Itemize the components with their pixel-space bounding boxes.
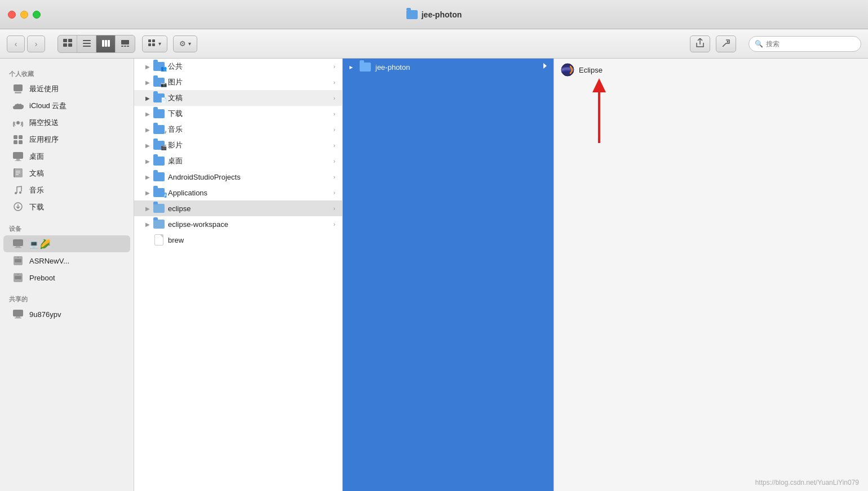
chevron-yinyue: › [333,126,338,133]
svg-rect-0 [63,39,67,42]
file-row-wengao[interactable]: ▶ 📄 文稿 › [134,90,342,106]
settings-button[interactable]: ⚙ ▾ [173,35,197,52]
chevron-xiazai: › [333,110,338,117]
view-switcher[interactable] [57,35,135,53]
eclipse-app-icon [561,63,574,77]
svg-rect-6 [83,46,91,47]
title-folder-icon [406,10,418,19]
svg-rect-17 [152,43,155,46]
chevron-applications: › [333,189,338,196]
svg-rect-39 [15,259,21,262]
window-controls[interactable] [8,11,41,19]
file-row-android[interactable]: ▶ AndroidStudioProjects › [134,169,342,185]
tag-icon [721,39,730,48]
svg-rect-15 [152,39,155,42]
sidebar-item-desktop[interactable]: 桌面 [3,148,130,165]
settings-chevron: ▾ [188,41,191,47]
column-jee-photon: jee-photon [343,59,554,491]
sidebar-section-favorites: 个人收藏 [0,65,134,81]
expand-eclipse-workspace: ▶ [143,220,152,229]
view-icon-button[interactable] [58,35,77,52]
file-row-yinyue[interactable]: ▶ ♪ 音乐 › [134,122,342,137]
sidebar-asrnewv-icon [12,255,24,266]
expand-android: ▶ [143,172,152,181]
sidebar-icloud-icon [12,100,24,111]
file-row-applications[interactable]: ▶ A Applications › [134,185,342,200]
svg-rect-24 [14,140,17,144]
tag-button[interactable] [716,35,736,52]
folder-icon-eclipse-workspace [153,219,165,229]
svg-point-43 [17,274,19,275]
maximize-button[interactable] [33,11,41,19]
view-gallery-button[interactable] [116,35,135,52]
search-input[interactable] [766,40,845,48]
file-row-brew[interactable]: ▶ brew [134,232,342,248]
file-row-xiazai[interactable]: ▶ 下载 › [134,106,342,122]
file-row-tupian[interactable]: ▶ 📷 图片 › [134,74,342,90]
sidebar-item-apps[interactable]: 应用程序 [3,131,130,148]
selected-folder-chevron [542,62,548,72]
close-button[interactable] [8,11,16,19]
sidebar-item-recent[interactable]: 最近使用 [3,81,130,97]
forward-button[interactable]: › [27,35,45,52]
sidebar-item-shared-computer[interactable]: 9u876ypv [3,306,130,323]
svg-rect-5 [83,43,91,44]
sidebar-item-preboot[interactable]: Preboot [3,269,130,286]
view-list-button[interactable] [77,35,96,52]
svg-point-40 [17,257,19,258]
svg-marker-47 [349,66,353,69]
svg-marker-48 [543,63,547,69]
sidebar-section-shared: 共享的 [0,291,134,306]
sidebar-item-computer[interactable]: 💻 🌽 [3,235,130,252]
sidebar-computer-labels: 💻 🌽 [29,239,51,249]
svg-rect-1 [68,39,72,42]
file-name-android: AndroidStudioProjects [168,173,333,181]
sidebar-airdrop-icon [12,117,24,128]
file-row-eclipse[interactable]: ▶ eclipse › [134,200,342,216]
svg-point-21 [16,121,20,124]
sidebar-item-documents[interactable]: 文稿 [3,165,130,182]
watermark: https://blog.csdn.net/YuanLiYin079 [755,479,859,486]
chevron-tupian: › [333,79,338,86]
file-row-gongong[interactable]: ▶ 👥 公共 › [134,59,342,74]
expand-xiazai: ▶ [143,109,152,118]
group-by-chevron: ▾ [158,41,161,47]
sidebar-item-airdrop[interactable]: 隔空投送 [3,114,130,131]
sidebar-item-music[interactable]: 音乐 [3,182,130,199]
share-button[interactable] [690,35,710,52]
view-column-button[interactable] [96,35,116,52]
file-row-zhuomian[interactable]: ▶ 桌面 › [134,153,342,169]
svg-rect-4 [83,40,91,41]
view-gallery-icon [121,39,129,48]
svg-rect-27 [16,159,20,160]
sidebar-music-label: 音乐 [29,185,44,195]
expand-wengao: ▶ [143,93,152,102]
svg-rect-14 [148,39,151,42]
sidebar-item-icloud[interactable]: iCloud 云盘 [3,97,130,114]
chevron-eclipse: › [333,205,338,212]
sidebar-item-downloads[interactable]: 下载 [3,199,130,216]
view-list-icon [83,39,91,48]
file-name-yingpian: 影片 [168,140,333,150]
expand-gongong: ▶ [143,62,152,71]
file-row-yingpian[interactable]: ▶ 🎬 影片 › [134,137,342,153]
svg-rect-20 [15,92,21,93]
sidebar-documents-label: 文稿 [29,168,44,178]
back-button[interactable]: ‹ [7,35,25,52]
nav-buttons[interactable]: ‹ › [7,35,45,52]
eclipse-app-item[interactable]: Eclipse [554,59,868,81]
sidebar-item-asrnewv[interactable]: ASRNewV... [3,252,130,269]
main-content: 个人收藏 最近使用 iCloud 云盘 隔空投送 [0,59,868,491]
sidebar-preboot-label: Preboot [29,274,55,282]
group-by-button[interactable]: ▾ [142,35,167,52]
svg-rect-9 [108,40,110,47]
minimize-button[interactable] [20,11,28,19]
sidebar-desktop-label: 桌面 [29,151,44,162]
settings-icon: ⚙ [179,39,186,48]
file-icon-brew [153,235,165,245]
search-box[interactable]: 🔍 [749,36,861,52]
svg-rect-44 [13,310,23,316]
search-icon: 🔍 [755,40,763,48]
file-row-eclipse-workspace[interactable]: ▶ eclipse-workspace › [134,216,342,232]
chevron-yingpian: › [333,142,338,149]
